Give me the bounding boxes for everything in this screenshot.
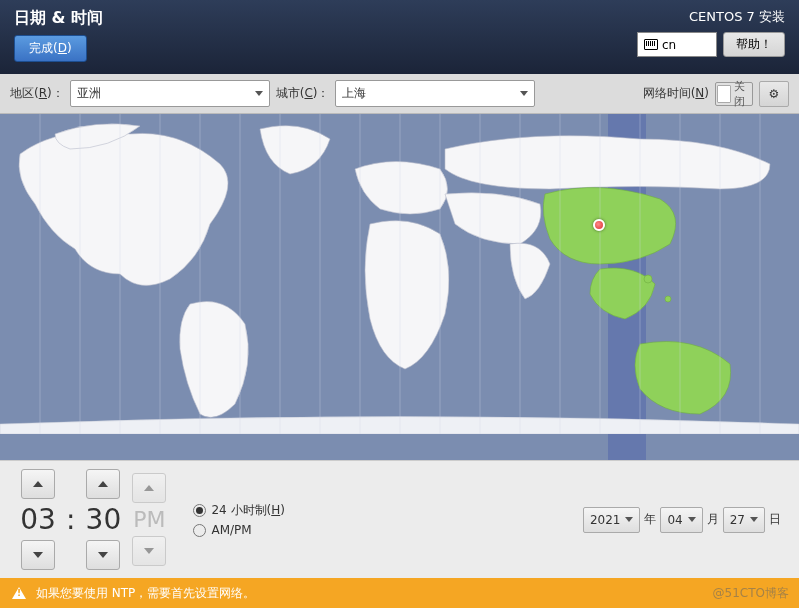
day-suffix: 日	[769, 511, 781, 528]
svg-point-0	[644, 275, 652, 283]
install-title: CENTOS 7 安装	[689, 8, 785, 26]
region-value: 亚洲	[77, 85, 101, 102]
kb-lang: cn	[662, 38, 676, 52]
radio-24h[interactable]: 24 小时制(H)	[193, 502, 284, 519]
chevron-down-icon	[520, 91, 528, 96]
help-button[interactable]: 帮助！	[723, 32, 785, 57]
warning-bar: 如果您要使用 NTP，需要首先设置网络。 @51CTO博客	[0, 578, 799, 608]
month-combo[interactable]: 04	[660, 507, 702, 533]
radio-icon	[193, 504, 206, 517]
month-suffix: 月	[707, 511, 719, 528]
chevron-down-icon	[750, 517, 758, 522]
svg-point-1	[665, 296, 671, 302]
chevron-down-icon	[255, 91, 263, 96]
gear-icon: ⚙	[769, 87, 780, 101]
world-map-svg	[0, 114, 799, 434]
chevron-up-icon	[144, 485, 154, 491]
region-combo[interactable]: 亚洲	[70, 80, 270, 107]
toggle-knob	[717, 85, 731, 103]
chevron-down-icon	[625, 517, 633, 522]
lang-row: cn 帮助！	[637, 32, 785, 57]
city-label: 城市(C)：	[276, 85, 330, 102]
year-combo[interactable]: 2021	[583, 507, 641, 533]
network-time-label: 网络时间(N)	[643, 85, 709, 102]
ampm-down-button	[132, 536, 166, 566]
radio-ampm[interactable]: AM/PM	[193, 523, 284, 537]
ampm-up-button	[132, 473, 166, 503]
year-suffix: 年	[644, 511, 656, 528]
toggle-state: 关闭	[734, 79, 751, 109]
day-combo[interactable]: 27	[723, 507, 765, 533]
network-time-toggle[interactable]: 关闭	[715, 82, 753, 106]
hour-column: 03	[18, 469, 58, 570]
timezone-map[interactable]	[0, 114, 799, 460]
region-label: 地区(R)：	[10, 85, 64, 102]
header: 日期 & 时间 完成(D) CENTOS 7 安装 cn 帮助！	[0, 0, 799, 74]
hour-down-button[interactable]	[21, 540, 55, 570]
hour-up-button[interactable]	[21, 469, 55, 499]
keyboard-layout-indicator[interactable]: cn	[637, 32, 717, 57]
ampm-value: PM	[129, 507, 169, 532]
ampm-column: PM	[129, 473, 169, 566]
chevron-down-icon	[144, 548, 154, 554]
day-value: 27	[730, 513, 745, 527]
chevron-up-icon	[98, 481, 108, 487]
chevron-down-icon	[688, 517, 696, 522]
minute-column: 30	[83, 469, 123, 570]
header-left: 日期 & 时间 完成(D)	[14, 8, 103, 68]
year-value: 2021	[590, 513, 621, 527]
radio-24h-label: 24 小时制(H)	[211, 502, 284, 519]
header-right: CENTOS 7 安装 cn 帮助！	[637, 8, 785, 68]
keyboard-icon	[644, 39, 658, 50]
minute-value: 30	[83, 503, 123, 536]
warning-text: 如果您要使用 NTP，需要首先设置网络。	[36, 585, 255, 602]
watermark: @51CTO博客	[713, 585, 789, 602]
minute-down-button[interactable]	[86, 540, 120, 570]
city-value: 上海	[342, 85, 366, 102]
radio-icon	[193, 524, 206, 537]
radio-ampm-label: AM/PM	[211, 523, 251, 537]
city-combo[interactable]: 上海	[335, 80, 535, 107]
done-label: 完成(D)	[29, 41, 72, 55]
time-date-panel: 03 : 30 PM 24 小时制(H) AM/PM 2021 年 04 月	[0, 460, 799, 578]
warning-icon	[12, 587, 26, 599]
done-button[interactable]: 完成(D)	[14, 35, 87, 62]
time-format-group: 24 小时制(H) AM/PM	[193, 502, 284, 537]
page-title: 日期 & 时间	[14, 8, 103, 29]
chevron-up-icon	[33, 481, 43, 487]
ntp-settings-button[interactable]: ⚙	[759, 81, 789, 107]
time-colon: :	[64, 503, 77, 536]
date-group: 2021 年 04 月 27 日	[583, 507, 781, 533]
hour-value: 03	[18, 503, 58, 536]
month-value: 04	[667, 513, 682, 527]
toolbar: 地区(R)： 亚洲 城市(C)： 上海 网络时间(N) 关闭 ⚙	[0, 74, 799, 114]
chevron-down-icon	[33, 552, 43, 558]
location-pin-icon	[593, 219, 605, 231]
minute-up-button[interactable]	[86, 469, 120, 499]
chevron-down-icon	[98, 552, 108, 558]
